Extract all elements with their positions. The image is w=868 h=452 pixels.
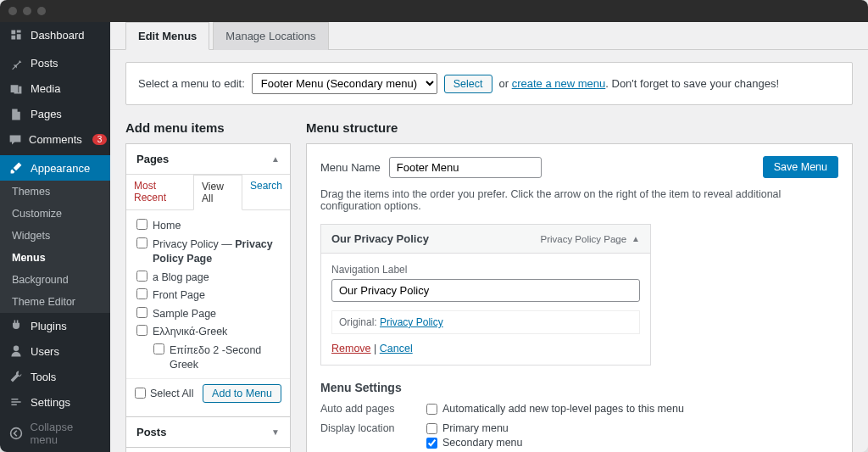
sidebar-item-appearance[interactable]: Appearance (0, 155, 110, 181)
window-titlebar (0, 0, 868, 22)
pin-icon (8, 57, 24, 70)
sidebar-label: Collapse menu (31, 421, 102, 446)
menu-name-input[interactable] (389, 157, 542, 178)
tab-manage-locations[interactable]: Manage Locations (213, 22, 328, 50)
pages-icon (8, 108, 24, 121)
sliders-icon (8, 395, 24, 409)
remove-link[interactable]: Remove (331, 343, 371, 354)
pages-list: Home Privacy Policy — Privacy Policy Pag… (126, 210, 290, 378)
page-item[interactable]: Ελληνικά-Greek (136, 323, 280, 342)
page-checkbox[interactable] (153, 343, 164, 354)
sidebar-label: Dashboard (31, 29, 85, 42)
drag-hint: Drag the items into the order you prefer… (320, 188, 838, 212)
accordion-custom-links[interactable]: Custom Links▼ (125, 447, 291, 453)
auto-add-label: Auto add pages (320, 403, 426, 415)
select-button[interactable]: Select (444, 75, 492, 93)
sidebar-label: Tools (31, 371, 56, 383)
page-item[interactable]: a Blog page (136, 269, 280, 287)
sidebar-item-tools[interactable]: Tools (0, 364, 110, 389)
menu-dropdown[interactable]: Footer Menu (Secondary menu) (252, 73, 437, 94)
sidebar-item-users[interactable]: Users (0, 338, 110, 364)
sidebar-label: Comments (29, 133, 82, 146)
sidebar-label: Media (31, 82, 60, 95)
comments-icon (8, 133, 22, 147)
window-dot[interactable] (23, 7, 31, 15)
plug-icon (8, 319, 24, 332)
nav-label-input[interactable] (331, 279, 640, 302)
sub-widgets[interactable]: Widgets (0, 225, 110, 247)
page-checkbox[interactable] (136, 307, 147, 318)
page-checkbox[interactable] (136, 237, 147, 248)
sub-background[interactable]: Background (0, 269, 110, 291)
sub-theme-editor[interactable]: Theme Editor (0, 291, 110, 313)
original-link[interactable]: Privacy Policy (380, 316, 443, 328)
media-icon (8, 82, 24, 96)
admin-sidebar: Dashboard Posts Media Pages Comments 3 (0, 22, 110, 452)
menu-item: Our Privacy Policy Privacy Policy Page▲ … (320, 224, 651, 366)
save-menu-button-top[interactable]: Save Menu (763, 156, 838, 178)
page-checkbox[interactable] (136, 271, 147, 282)
add-to-menu-button[interactable]: Add to Menu (203, 384, 281, 403)
sidebar-submenu: Themes Customize Widgets Menus Backgroun… (0, 181, 110, 313)
brush-icon (8, 161, 24, 175)
nav-label-title: Navigation Label (331, 264, 640, 276)
page-checkbox[interactable] (136, 288, 147, 299)
acc-head-pages[interactable]: Pages ▲ (126, 144, 290, 174)
menu-structure-box: Menu Name Save Menu Drag the items into … (306, 143, 853, 452)
page-item[interactable]: Επίπεδο 2 -Second Greek (136, 342, 280, 375)
select-all-checkbox[interactable] (135, 388, 146, 399)
dashboard-icon (8, 28, 24, 42)
sidebar-item-comments[interactable]: Comments 3 (0, 127, 110, 153)
page-item[interactable]: Front Page (136, 287, 280, 305)
sidebar-item-pages[interactable]: Pages (0, 102, 110, 127)
select-label: Select a menu to edit: (138, 77, 245, 90)
cancel-link[interactable]: Cancel (380, 343, 413, 354)
sidebar-label: Users (31, 345, 59, 358)
menu-settings-heading: Menu Settings (320, 381, 838, 394)
display-location-label: Display location (320, 422, 426, 434)
comments-badge: 3 (92, 134, 108, 145)
page-checkbox[interactable] (136, 219, 147, 230)
menu-name-label: Menu Name (320, 161, 381, 174)
window-dot[interactable] (37, 7, 46, 15)
sidebar-label: Plugins (31, 320, 67, 332)
chevron-up-icon: ▲ (632, 234, 640, 243)
loc-primary-checkbox[interactable] (426, 423, 437, 434)
sidebar-label: Appearance (31, 162, 90, 175)
tail-text: . Don't forget to save your changes! (605, 77, 779, 90)
sidebar-label: Settings (31, 396, 70, 409)
svg-point-0 (10, 428, 21, 439)
select-menu-row: Select a menu to edit: Footer Menu (Seco… (125, 62, 853, 105)
auto-add-option[interactable]: Automatically add new top-level pages to… (426, 403, 684, 415)
tab-edit-menus[interactable]: Edit Menus (125, 22, 209, 50)
menu-tabs: Edit Menus Manage Locations (110, 22, 868, 50)
location-secondary[interactable]: Secondary menu (426, 437, 523, 449)
menu-item-header[interactable]: Our Privacy Policy Privacy Policy Page▲ (321, 225, 650, 254)
sub-themes[interactable]: Themes (0, 181, 110, 203)
loc-secondary-checkbox[interactable] (426, 438, 437, 449)
accordion-posts[interactable]: Posts▼ (125, 416, 291, 448)
sidebar-item-settings[interactable]: Settings (0, 389, 110, 415)
page-item[interactable]: Privacy Policy — Privacy Policy Page (136, 236, 280, 269)
sub-customize[interactable]: Customize (0, 203, 110, 225)
subtab-viewall[interactable]: View All (193, 175, 242, 210)
page-item[interactable]: Sample Page (136, 305, 280, 324)
sidebar-item-dashboard[interactable]: Dashboard (0, 22, 110, 47)
subtab-search[interactable]: Search (242, 175, 290, 209)
window-dot[interactable] (8, 7, 17, 15)
subtab-recent[interactable]: Most Recent (126, 175, 193, 209)
auto-add-checkbox[interactable] (426, 404, 437, 415)
location-primary[interactable]: Primary menu (426, 422, 523, 434)
create-menu-link[interactable]: create a new menu (512, 77, 606, 90)
page-item[interactable]: Home (136, 217, 280, 236)
sidebar-collapse[interactable]: Collapse menu (0, 415, 110, 452)
sidebar-item-plugins[interactable]: Plugins (0, 313, 110, 338)
wrench-icon (8, 370, 24, 383)
sidebar-item-media[interactable]: Media (0, 76, 110, 102)
sub-menus[interactable]: Menus (0, 247, 110, 269)
main-content: Edit Menus Manage Locations Select a men… (110, 22, 868, 452)
pages-subtabs: Most Recent View All Search (126, 175, 290, 210)
sidebar-item-posts[interactable]: Posts (0, 51, 110, 76)
select-all[interactable]: Select All (135, 388, 193, 399)
page-checkbox[interactable] (136, 325, 147, 336)
